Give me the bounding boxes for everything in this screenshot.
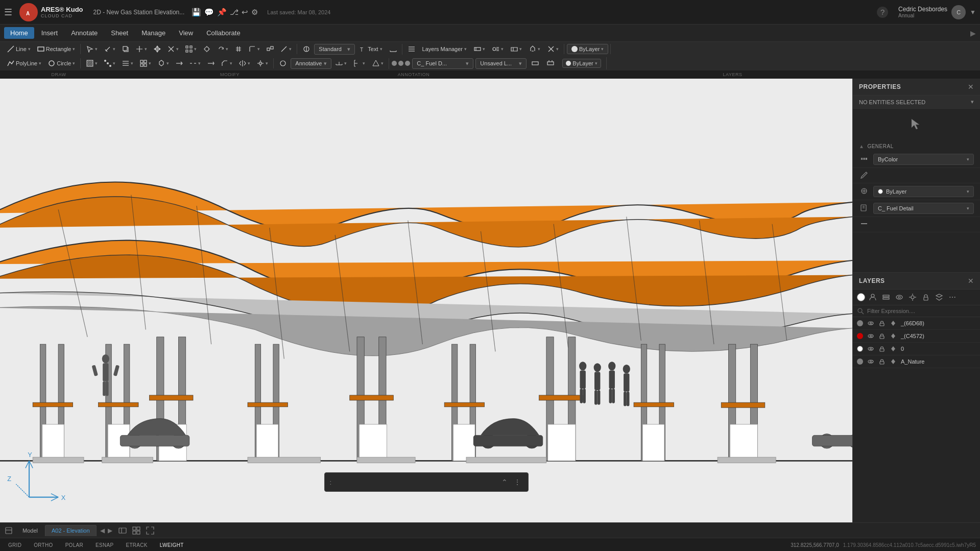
layer-1-lock-icon[interactable]: [878, 320, 886, 327]
text-style-select[interactable]: Standard ▾: [314, 44, 355, 55]
layer-more-icon[interactable]: ⋯: [947, 292, 958, 303]
tab-next-btn[interactable]: ▶: [107, 527, 113, 534]
text-dropdown-arrow[interactable]: ▾: [380, 46, 383, 52]
etrack-btn[interactable]: ETRACK: [122, 541, 151, 549]
polar-btn[interactable]: POLAR: [61, 541, 87, 549]
join-tool[interactable]: ▾: [277, 44, 295, 54]
rect-dropdown-arrow[interactable]: ▾: [73, 46, 75, 52]
layers-manager-arrow[interactable]: ▾: [464, 46, 467, 52]
grip-tool[interactable]: ▾: [254, 58, 271, 68]
fillet-dropdown-arrow[interactable]: ▾: [257, 46, 260, 52]
ann-dim-2[interactable]: ▾: [351, 58, 368, 68]
erase-dropdown-arrow[interactable]: ▾: [113, 46, 115, 52]
properties-close-btn[interactable]: ✕: [968, 83, 974, 91]
layer-tools-1-arrow[interactable]: ▾: [483, 46, 485, 52]
color-bylayer-select[interactable]: ByLayer ▾: [567, 44, 608, 54]
explode-tool[interactable]: [200, 44, 213, 54]
menu-sheet[interactable]: Sheet: [105, 27, 134, 39]
stretch-dropdown-arrow[interactable]: ▾: [145, 46, 147, 52]
chamfer-tool[interactable]: ▾: [218, 58, 235, 68]
points-tool[interactable]: ▾: [101, 58, 118, 68]
menu-home[interactable]: Home: [4, 27, 34, 39]
layer-sun-icon[interactable]: [907, 292, 918, 303]
layer-tools-5[interactable]: ▾: [544, 44, 562, 54]
grip-dropdown-arrow[interactable]: ▾: [266, 61, 268, 66]
polyline-tool[interactable]: PolyLine ▾: [4, 58, 44, 68]
esnap-btn[interactable]: ESNAP: [91, 541, 117, 549]
points-dropdown-arrow[interactable]: ▾: [113, 61, 115, 66]
layers-filter-input[interactable]: [867, 308, 976, 314]
undo-icon[interactable]: ↩: [242, 8, 248, 17]
trim-dropdown-arrow[interactable]: ▾: [176, 46, 179, 52]
boundary-tool[interactable]: ▾: [155, 58, 172, 68]
menu-insert[interactable]: Insert: [35, 27, 64, 39]
menubar-expand-icon[interactable]: ▶: [970, 29, 976, 37]
align-tool[interactable]: ▾: [119, 58, 136, 68]
a02-elevation-tab[interactable]: A02 - Elevation: [45, 525, 97, 536]
unsaved-select[interactable]: Unsaved L... ▾: [475, 58, 527, 69]
fillet-tool[interactable]: ▾: [246, 44, 263, 54]
rotate-tool[interactable]: ▾: [214, 44, 231, 54]
layer-4-lock-icon[interactable]: [878, 358, 886, 365]
hatch-dropdown-arrow[interactable]: ▾: [95, 61, 98, 66]
ann-style-icon2[interactable]: [276, 58, 290, 68]
ann-dim-3-arrow[interactable]: ▾: [381, 61, 384, 66]
circle-dropdown-arrow[interactable]: ▾: [73, 61, 75, 66]
break-dropdown-arrow[interactable]: ▾: [198, 61, 201, 66]
dim-style-icon[interactable]: [387, 44, 400, 54]
annotative-select[interactable]: Annotative ▾: [291, 58, 331, 69]
layer-eye-icon[interactable]: [894, 292, 905, 303]
layers-manager-icon[interactable]: [405, 44, 418, 54]
viewport-icon[interactable]: [116, 524, 129, 537]
user-dropdown-icon[interactable]: ▼: [970, 9, 976, 16]
entity-selector[interactable]: NO ENTITIES SELECTED ▾: [853, 95, 980, 109]
layout-icon-1[interactable]: [2, 524, 15, 537]
layers-panel-close-btn[interactable]: ✕: [968, 277, 974, 285]
layer-row-2[interactable]: _(C4572): [853, 330, 980, 343]
join-dropdown-arrow[interactable]: ▾: [289, 46, 292, 52]
save-icon[interactable]: 💾: [192, 8, 201, 17]
copy-tool[interactable]: [119, 44, 132, 54]
layer-tools-4-arrow[interactable]: ▾: [538, 46, 540, 52]
fit-view-icon[interactable]: [144, 524, 157, 537]
extend-tool[interactable]: [204, 58, 218, 68]
layer-lock-icon[interactable]: [920, 292, 931, 303]
line-dropdown-arrow[interactable]: ▾: [28, 46, 31, 52]
align-dropdown-arrow[interactable]: ▾: [131, 61, 133, 66]
settings-icon[interactable]: ⚙: [251, 8, 258, 17]
move-tool[interactable]: [151, 44, 164, 54]
bylayer-2[interactable]: ByLayer ▾: [559, 57, 604, 69]
layer-match-1[interactable]: [529, 58, 542, 68]
select-tool[interactable]: ▾: [83, 44, 101, 54]
command-menu-btn[interactable]: ⋮: [512, 478, 523, 486]
layer-2-lock-icon[interactable]: [878, 332, 886, 340]
rotate-dropdown-arrow[interactable]: ▾: [226, 46, 228, 52]
tab-prev-btn[interactable]: ◀: [99, 527, 106, 534]
help-icon[interactable]: ?: [877, 7, 888, 18]
grid-btn[interactable]: GRID: [4, 541, 26, 549]
mirror-tool[interactable]: ▾: [236, 58, 253, 68]
canvas-area[interactable]: Y X Z : ⌃ ⋮: [0, 79, 852, 522]
rect-array-dropdown-arrow[interactable]: ▾: [149, 61, 151, 66]
polyline-dropdown-arrow[interactable]: ▾: [39, 61, 41, 66]
array-tool[interactable]: ▾: [182, 44, 200, 54]
chamfer-dropdown-arrow[interactable]: ▾: [230, 61, 232, 66]
scale-tool[interactable]: [264, 44, 277, 54]
layer-row-1[interactable]: _(66D68): [853, 317, 980, 330]
layer-tools-2[interactable]: ▾: [489, 44, 507, 54]
comment-icon[interactable]: 💬: [204, 8, 214, 17]
command-expand-btn[interactable]: ⌃: [499, 478, 510, 486]
array-dropdown-arrow[interactable]: ▾: [194, 46, 197, 52]
layer-4-visible-icon[interactable]: [867, 358, 874, 365]
ann-dim-1[interactable]: ▾: [332, 58, 350, 68]
break-tool[interactable]: ▾: [186, 58, 204, 68]
hamburger-icon[interactable]: ☰: [4, 7, 12, 18]
annotation-style-icon[interactable]: [300, 44, 313, 54]
layer-person-icon[interactable]: [867, 292, 878, 303]
menu-view[interactable]: View: [173, 27, 199, 39]
layers-manager-btn[interactable]: Layers Manager ▾: [419, 44, 470, 54]
layer-match-2[interactable]: [544, 58, 557, 68]
layer-3-visible-icon[interactable]: [867, 345, 874, 352]
layer-layers-icon[interactable]: [934, 292, 945, 303]
layer-row-3[interactable]: 0: [853, 343, 980, 355]
